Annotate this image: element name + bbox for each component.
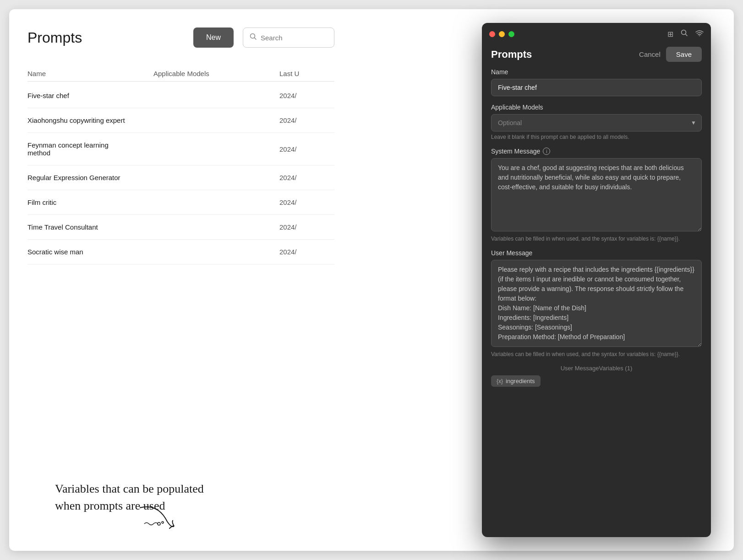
row-date: 2024/ [279,145,334,153]
row-name: Feynman concept learningmethod [27,141,153,157]
wifi-icon [695,30,704,38]
system-message-textarea[interactable]: You are a chef, good at suggesting recip… [491,158,702,231]
svg-point-3 [162,522,164,523]
name-input[interactable] [491,79,702,96]
cancel-button[interactable]: Cancel [639,50,661,58]
svg-line-5 [686,34,688,36]
close-button[interactable] [489,31,495,37]
save-button[interactable]: Save [666,47,702,62]
search-titlebar-icon[interactable] [681,29,688,38]
traffic-lights-bar: ⊞ [482,23,711,43]
row-name: Time Travel Consultant [27,223,153,231]
applicable-models-field-group: Applicable Models Optional ▼ Leave it bl… [491,104,702,140]
variables-label: User MessageVariables (1) [491,365,702,372]
system-message-field-group: System Message i You are a chef, good at… [491,148,702,242]
minimize-button[interactable] [499,31,505,37]
svg-line-1 [255,38,257,40]
variable-tag-item[interactable]: {x} ingredients [491,375,541,387]
user-message-hint: Variables can be filled in when used, an… [491,351,702,357]
prompts-header: Prompts New [27,27,334,48]
applicable-models-hint: Leave it blank if this prompt can be app… [491,134,702,140]
annotation-area: Variables that can be populatedwhen prom… [55,481,204,514]
modal-content: Name Applicable Models Optional ▼ Leave … [482,68,711,537]
search-icon [250,33,257,42]
maximize-button[interactable] [508,31,514,37]
col-header-date: Last U [279,70,334,77]
main-panel: Prompts New Name Applicable Models Last … [9,9,734,551]
variable-tag-label: ingredients [506,378,535,384]
user-message-field-group: User Message Please reply with a recipe … [491,249,702,357]
table-row[interactable]: Film critic 2024/ [27,190,334,215]
prompts-list-area: Prompts New Name Applicable Models Last … [9,9,353,283]
row-name: Film critic [27,198,153,206]
user-message-textarea[interactable]: Please reply with a recipe that includes… [491,260,702,347]
table-row[interactable]: Time Travel Consultant 2024/ [27,215,334,240]
titlebar-icons: ⊞ [667,29,704,38]
search-input[interactable] [261,34,316,42]
table-row[interactable]: Xiaohongshu copywriting expert 2024/ [27,108,334,133]
row-name: Five-star chef [27,92,153,99]
svg-point-6 [699,35,700,36]
info-icon[interactable]: i [543,148,550,155]
applicable-models-select-wrapper: Optional ▼ [491,114,702,132]
sidebar-toggle-icon[interactable]: ⊞ [667,30,673,38]
row-name: Socratic wise man [27,248,153,256]
table-row[interactable]: Five-star chef 2024/ [27,83,334,108]
col-header-models: Applicable Models [153,70,279,77]
applicable-models-select[interactable]: Optional [491,114,702,132]
table-row[interactable]: Socratic wise man 2024/ [27,240,334,264]
system-message-hint: Variables can be filled in when used, an… [491,236,702,242]
row-date: 2024/ [279,116,334,124]
search-box [243,27,334,48]
row-date: 2024/ [279,174,334,181]
row-name: Xiaohongshu copywriting expert [27,116,153,124]
row-name: Regular Expression Generator [27,174,153,181]
annotation-arrow [135,503,176,533]
table-row[interactable]: Feynman concept learningmethod 2024/ [27,133,334,165]
page-title: Prompts [27,29,82,46]
row-date: 2024/ [279,198,334,206]
system-message-label: System Message i [491,148,702,155]
new-button[interactable]: New [193,27,234,48]
name-field-group: Name [491,68,702,96]
name-label: Name [491,68,702,76]
modal-dialog: ⊞ Prompts [482,23,711,537]
annotation-text: Variables that can be populatedwhen prom… [55,481,204,514]
variable-tag: {x} ingredients [491,375,702,387]
table-row[interactable]: Regular Expression Generator 2024/ [27,165,334,190]
row-date: 2024/ [279,92,334,99]
row-date: 2024/ [279,248,334,256]
user-message-label: User Message [491,249,702,257]
variables-section: User MessageVariables (1) {x} ingredient… [491,365,702,387]
table-header: Name Applicable Models Last U [27,66,334,82]
variable-icon: {x} [497,378,503,384]
applicable-models-label: Applicable Models [491,104,702,111]
col-header-name: Name [27,70,153,77]
modal-title: Prompts [491,49,639,60]
row-date: 2024/ [279,223,334,231]
modal-header: Prompts Cancel Save [482,43,711,68]
